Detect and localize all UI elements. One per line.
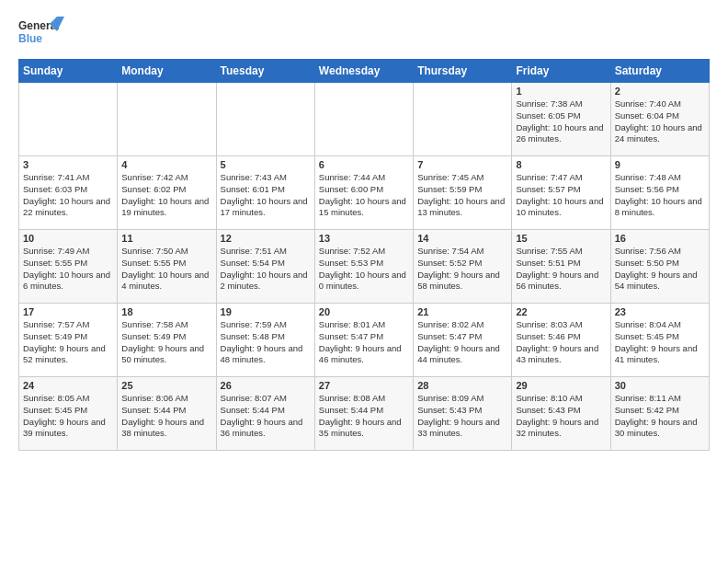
- day-number: 21: [417, 306, 507, 317]
- day-number: 4: [121, 159, 211, 170]
- day-number: 13: [319, 233, 409, 244]
- day-info: Sunrise: 7:41 AM Sunset: 6:03 PM Dayligh…: [23, 172, 113, 219]
- weekday-header-saturday: Saturday: [610, 60, 709, 83]
- day-number: 7: [417, 159, 507, 170]
- day-number: 19: [221, 306, 311, 317]
- day-cell: 2Sunrise: 7:40 AM Sunset: 6:04 PM Daylig…: [610, 83, 709, 156]
- day-info: Sunrise: 8:05 AM Sunset: 5:45 PM Dayligh…: [23, 393, 113, 440]
- day-number: 1: [516, 86, 606, 97]
- day-info: Sunrise: 7:49 AM Sunset: 5:55 PM Dayligh…: [23, 246, 113, 293]
- day-number: 18: [121, 306, 211, 317]
- day-cell: [314, 83, 413, 156]
- weekday-header-sunday: Sunday: [19, 60, 118, 83]
- day-number: 3: [23, 159, 113, 170]
- day-number: 11: [121, 233, 211, 244]
- day-cell: 4Sunrise: 7:42 AM Sunset: 6:02 PM Daylig…: [118, 156, 216, 230]
- day-number: 28: [417, 380, 507, 391]
- day-cell: 3Sunrise: 7:41 AM Sunset: 6:03 PM Daylig…: [19, 156, 118, 230]
- day-number: 10: [23, 233, 113, 244]
- day-info: Sunrise: 7:57 AM Sunset: 5:49 PM Dayligh…: [23, 319, 113, 366]
- day-number: 23: [615, 306, 705, 317]
- day-cell: [118, 83, 216, 156]
- weekday-header-wednesday: Wednesday: [314, 60, 413, 83]
- weekday-header-thursday: Thursday: [414, 60, 512, 83]
- day-cell: 9Sunrise: 7:48 AM Sunset: 5:56 PM Daylig…: [610, 156, 709, 230]
- page-container: GeneralBlue SundayMondayTuesdayWednesday…: [0, 0, 728, 460]
- day-cell: 24Sunrise: 8:05 AM Sunset: 5:45 PM Dayli…: [19, 377, 118, 451]
- day-cell: 8Sunrise: 7:47 AM Sunset: 5:57 PM Daylig…: [512, 156, 610, 230]
- day-cell: 16Sunrise: 7:56 AM Sunset: 5:50 PM Dayli…: [610, 230, 709, 304]
- day-info: Sunrise: 8:07 AM Sunset: 5:44 PM Dayligh…: [221, 393, 311, 440]
- day-info: Sunrise: 7:42 AM Sunset: 6:02 PM Dayligh…: [121, 172, 211, 219]
- day-info: Sunrise: 7:59 AM Sunset: 5:48 PM Dayligh…: [221, 319, 311, 366]
- day-cell: 18Sunrise: 7:58 AM Sunset: 5:49 PM Dayli…: [118, 304, 216, 377]
- day-info: Sunrise: 8:02 AM Sunset: 5:47 PM Dayligh…: [417, 319, 507, 366]
- day-number: 9: [615, 159, 705, 170]
- day-info: Sunrise: 7:44 AM Sunset: 6:00 PM Dayligh…: [319, 172, 409, 219]
- day-number: 27: [319, 380, 409, 391]
- day-info: Sunrise: 7:51 AM Sunset: 5:54 PM Dayligh…: [221, 246, 311, 293]
- day-cell: 1Sunrise: 7:38 AM Sunset: 6:05 PM Daylig…: [512, 83, 610, 156]
- day-number: 29: [516, 380, 606, 391]
- week-row-4: 17Sunrise: 7:57 AM Sunset: 5:49 PM Dayli…: [19, 304, 710, 377]
- day-cell: 15Sunrise: 7:55 AM Sunset: 5:51 PM Dayli…: [512, 230, 610, 304]
- day-cell: 26Sunrise: 8:07 AM Sunset: 5:44 PM Dayli…: [216, 377, 314, 451]
- day-info: Sunrise: 7:58 AM Sunset: 5:49 PM Dayligh…: [121, 319, 211, 366]
- day-info: Sunrise: 7:45 AM Sunset: 5:59 PM Dayligh…: [417, 172, 507, 219]
- day-cell: 23Sunrise: 8:04 AM Sunset: 5:45 PM Dayli…: [610, 304, 709, 377]
- week-row-1: 1Sunrise: 7:38 AM Sunset: 6:05 PM Daylig…: [19, 83, 710, 156]
- weekday-header-row: SundayMondayTuesdayWednesdayThursdayFrid…: [19, 60, 710, 83]
- day-info: Sunrise: 7:47 AM Sunset: 5:57 PM Dayligh…: [516, 172, 606, 219]
- day-info: Sunrise: 7:40 AM Sunset: 6:04 PM Dayligh…: [615, 98, 705, 145]
- weekday-header-friday: Friday: [512, 60, 610, 83]
- day-cell: 30Sunrise: 8:11 AM Sunset: 5:42 PM Dayli…: [610, 377, 709, 451]
- weekday-header-tuesday: Tuesday: [216, 60, 314, 83]
- logo-svg: GeneralBlue: [18, 15, 64, 52]
- day-number: 2: [615, 86, 705, 97]
- day-cell: 14Sunrise: 7:54 AM Sunset: 5:52 PM Dayli…: [414, 230, 512, 304]
- day-cell: 11Sunrise: 7:50 AM Sunset: 5:55 PM Dayli…: [118, 230, 216, 304]
- day-info: Sunrise: 8:06 AM Sunset: 5:44 PM Dayligh…: [121, 393, 211, 440]
- day-number: 8: [516, 159, 606, 170]
- day-cell: 22Sunrise: 8:03 AM Sunset: 5:46 PM Dayli…: [512, 304, 610, 377]
- day-number: 30: [615, 380, 705, 391]
- week-row-5: 24Sunrise: 8:05 AM Sunset: 5:45 PM Dayli…: [19, 377, 710, 451]
- week-row-3: 10Sunrise: 7:49 AM Sunset: 5:55 PM Dayli…: [19, 230, 710, 304]
- logo: GeneralBlue: [18, 15, 64, 52]
- day-number: 15: [516, 233, 606, 244]
- day-number: 26: [221, 380, 311, 391]
- day-number: 25: [121, 380, 211, 391]
- day-cell: 7Sunrise: 7:45 AM Sunset: 5:59 PM Daylig…: [414, 156, 512, 230]
- day-info: Sunrise: 7:52 AM Sunset: 5:53 PM Dayligh…: [319, 246, 409, 293]
- day-number: 12: [221, 233, 311, 244]
- day-number: 5: [221, 159, 311, 170]
- day-cell: 12Sunrise: 7:51 AM Sunset: 5:54 PM Dayli…: [216, 230, 314, 304]
- day-cell: [216, 83, 314, 156]
- day-number: 6: [319, 159, 409, 170]
- day-cell: 13Sunrise: 7:52 AM Sunset: 5:53 PM Dayli…: [314, 230, 413, 304]
- day-info: Sunrise: 7:50 AM Sunset: 5:55 PM Dayligh…: [121, 246, 211, 293]
- day-info: Sunrise: 7:48 AM Sunset: 5:56 PM Dayligh…: [615, 172, 705, 219]
- day-cell: 10Sunrise: 7:49 AM Sunset: 5:55 PM Dayli…: [19, 230, 118, 304]
- day-number: 24: [23, 380, 113, 391]
- day-info: Sunrise: 7:55 AM Sunset: 5:51 PM Dayligh…: [516, 246, 606, 293]
- day-cell: 20Sunrise: 8:01 AM Sunset: 5:47 PM Dayli…: [314, 304, 413, 377]
- calendar-table: SundayMondayTuesdayWednesdayThursdayFrid…: [18, 59, 710, 451]
- day-number: 22: [516, 306, 606, 317]
- day-number: 14: [417, 233, 507, 244]
- day-cell: 28Sunrise: 8:09 AM Sunset: 5:43 PM Dayli…: [414, 377, 512, 451]
- day-cell: 21Sunrise: 8:02 AM Sunset: 5:47 PM Dayli…: [414, 304, 512, 377]
- day-info: Sunrise: 8:04 AM Sunset: 5:45 PM Dayligh…: [615, 319, 705, 366]
- day-info: Sunrise: 7:43 AM Sunset: 6:01 PM Dayligh…: [221, 172, 311, 219]
- day-cell: 19Sunrise: 7:59 AM Sunset: 5:48 PM Dayli…: [216, 304, 314, 377]
- svg-text:Blue: Blue: [18, 32, 42, 45]
- day-cell: 5Sunrise: 7:43 AM Sunset: 6:01 PM Daylig…: [216, 156, 314, 230]
- day-info: Sunrise: 8:10 AM Sunset: 5:43 PM Dayligh…: [516, 393, 606, 440]
- day-number: 16: [615, 233, 705, 244]
- day-info: Sunrise: 8:03 AM Sunset: 5:46 PM Dayligh…: [516, 319, 606, 366]
- day-number: 20: [319, 306, 409, 317]
- day-cell: 25Sunrise: 8:06 AM Sunset: 5:44 PM Dayli…: [118, 377, 216, 451]
- day-info: Sunrise: 8:11 AM Sunset: 5:42 PM Dayligh…: [615, 393, 705, 440]
- header: GeneralBlue: [18, 15, 710, 52]
- day-info: Sunrise: 8:09 AM Sunset: 5:43 PM Dayligh…: [417, 393, 507, 440]
